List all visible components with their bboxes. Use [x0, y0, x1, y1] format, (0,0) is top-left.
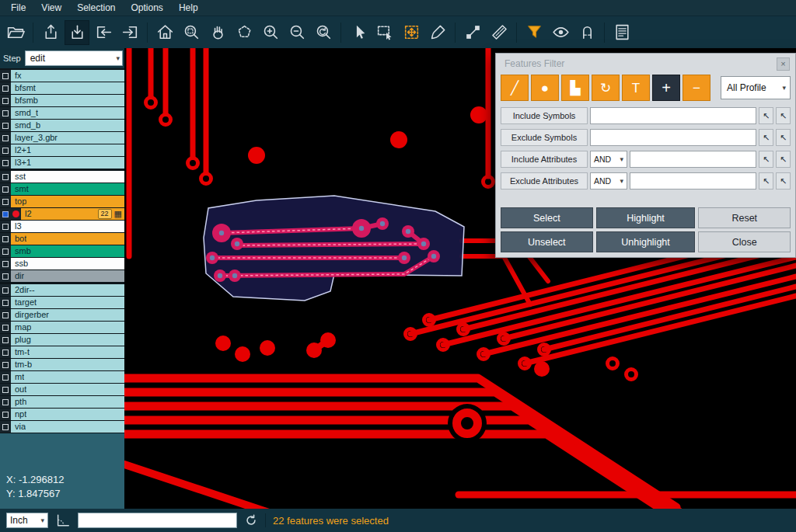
snap-angle-icon[interactable] [55, 513, 71, 528]
layer-visibility-checkbox[interactable] [2, 412, 9, 418]
layer-visibility-checkbox[interactable] [2, 261, 9, 267]
filter-row-label[interactable]: Exclude Attributes [501, 172, 588, 190]
layer-row-tm-b[interactable]: tm-b [0, 359, 124, 370]
layer-visibility-checkbox[interactable] [2, 224, 9, 230]
filter-value-input[interactable] [630, 151, 756, 168]
layer-row-pth[interactable]: pth [0, 396, 124, 408]
profile-dropdown[interactable]: All Profile▾ [721, 76, 791, 99]
close-button[interactable]: Close [698, 231, 791, 252]
refresh-icon[interactable] [244, 513, 258, 527]
step-dropdown[interactable]: edit ▾ [25, 50, 123, 66]
layer-row-npt[interactable]: npt [0, 409, 124, 420]
paint-brush-button[interactable] [425, 20, 450, 45]
layer-row-l2[interactable]: l222▦ [0, 208, 124, 220]
layer-visibility-checkbox[interactable] [2, 249, 9, 255]
zoom-out-button[interactable] [285, 20, 309, 45]
layer-row-dirgerber[interactable]: dirgerber [0, 309, 124, 321]
pick-from-graphics-button[interactable]: ↖ [759, 172, 773, 190]
layer-row-tm-t[interactable]: tm-t [0, 346, 124, 358]
pick-add-button[interactable]: ↖ [776, 151, 791, 168]
rect-select-button[interactable] [372, 20, 397, 45]
layer-visibility-checkbox[interactable] [2, 98, 9, 104]
layer-visibility-checkbox[interactable] [2, 362, 9, 368]
filter-funnel-button[interactable] [522, 20, 546, 45]
pad-tool-button[interactable]: ● [531, 75, 559, 101]
layer-visibility-checkbox[interactable] [2, 174, 9, 180]
layer-row-plug[interactable]: plug [0, 334, 124, 346]
menu-file[interactable]: File [3, 0, 33, 16]
zoom-in-button[interactable] [258, 20, 283, 45]
layer-visibility-checkbox[interactable] [2, 73, 9, 79]
layer-row-l3[interactable]: l3 [0, 221, 124, 232]
layer-visibility-checkbox[interactable] [2, 424, 9, 430]
file-right-button[interactable] [117, 20, 142, 45]
menu-selection[interactable]: Selection [69, 0, 123, 16]
layer-row-target[interactable]: target [0, 297, 124, 308]
layer-row-top[interactable]: top [0, 196, 124, 207]
pick-add-button[interactable]: ↖ [776, 107, 791, 124]
layer-row-smt[interactable]: smt [0, 183, 124, 195]
layer-visibility-checkbox[interactable] [2, 211, 9, 217]
zoom-reset-button[interactable] [311, 20, 336, 45]
layer-visibility-checkbox[interactable] [2, 349, 9, 356]
magnet-button[interactable] [574, 20, 599, 45]
file-up-button[interactable] [38, 20, 63, 45]
arc-tool-button[interactable]: ↻ [592, 75, 620, 101]
layer-visibility-checkbox[interactable] [2, 287, 9, 294]
dialog-close-button[interactable]: × [777, 57, 790, 71]
layer-row-bfsmt[interactable]: bfsmt [0, 82, 124, 94]
filter-value-input[interactable] [630, 172, 756, 190]
file-down-button[interactable] [65, 20, 89, 45]
layer-row-dir[interactable]: dir [0, 270, 124, 282]
selection-highlight[interactable] [204, 196, 464, 301]
pick-add-button[interactable]: ↖ [776, 129, 791, 146]
layer-visibility-checkbox[interactable] [2, 399, 9, 405]
layer-visibility-checkbox[interactable] [2, 186, 9, 193]
layer-row-layer_3.gbr[interactable]: layer_3.gbr [0, 132, 124, 144]
unhighlight-button[interactable]: Unhighlight [596, 231, 696, 252]
select-button[interactable]: Select [501, 207, 593, 228]
layer-visibility-checkbox[interactable] [2, 85, 9, 92]
surface-tool-button[interactable]: ▙ [561, 75, 589, 101]
text-tool-button[interactable]: T [622, 75, 650, 101]
reset-button[interactable]: Reset [698, 207, 791, 228]
layer-visibility-checkbox[interactable] [2, 123, 9, 129]
filter-row-label[interactable]: Exclude Symbols [501, 129, 588, 146]
layer-row-map[interactable]: map [0, 322, 124, 333]
add-filter-button[interactable]: + [652, 75, 680, 101]
layer-row-smb[interactable]: smb [0, 245, 124, 257]
layer-visibility-checkbox[interactable] [2, 387, 9, 393]
pick-add-button[interactable]: ↖ [776, 172, 791, 190]
file-left-button[interactable] [91, 20, 116, 45]
layer-visibility-checkbox[interactable] [2, 110, 9, 116]
layer-row-l3+1[interactable]: l3+1 [0, 157, 124, 169]
menu-view[interactable]: View [33, 0, 69, 16]
highlight-button[interactable]: Highlight [596, 207, 696, 228]
layer-row-bfsmb[interactable]: bfsmb [0, 95, 124, 106]
feature-select-button[interactable] [399, 20, 424, 45]
layer-visibility-checkbox[interactable] [2, 312, 9, 318]
layer-row-via[interactable]: via [0, 421, 124, 433]
filter-row-label[interactable]: Include Attributes [501, 151, 588, 168]
remove-filter-button[interactable]: − [683, 75, 710, 101]
unselect-button[interactable]: Unselect [501, 231, 593, 252]
layer-visibility-checkbox[interactable] [2, 236, 9, 242]
layer-visibility-checkbox[interactable] [2, 325, 9, 331]
layer-visibility-checkbox[interactable] [2, 135, 9, 141]
cursor-button[interactable] [346, 20, 371, 45]
layer-row-sst[interactable]: sst [0, 171, 124, 183]
layer-row-2dir--[interactable]: 2dir-- [0, 284, 124, 296]
menu-options[interactable]: Options [124, 0, 171, 16]
layer-visibility-checkbox[interactable] [2, 160, 9, 166]
menu-help[interactable]: Help [171, 0, 206, 16]
layer-row-l2+1[interactable]: l2+1 [0, 144, 124, 156]
and-operator-dropdown[interactable]: AND▾ [590, 172, 627, 190]
eye-button[interactable] [548, 20, 573, 45]
layer-visibility-checkbox[interactable] [2, 300, 9, 306]
layer-row-bot[interactable]: bot [0, 233, 124, 245]
layer-grid-icon[interactable]: ▦ [114, 209, 122, 219]
layer-row-ssb[interactable]: ssb [0, 258, 124, 269]
ruler-button[interactable] [487, 20, 511, 45]
layer-row-mt[interactable]: mt [0, 371, 124, 383]
filter-row-label[interactable]: Include Symbols [501, 107, 588, 124]
